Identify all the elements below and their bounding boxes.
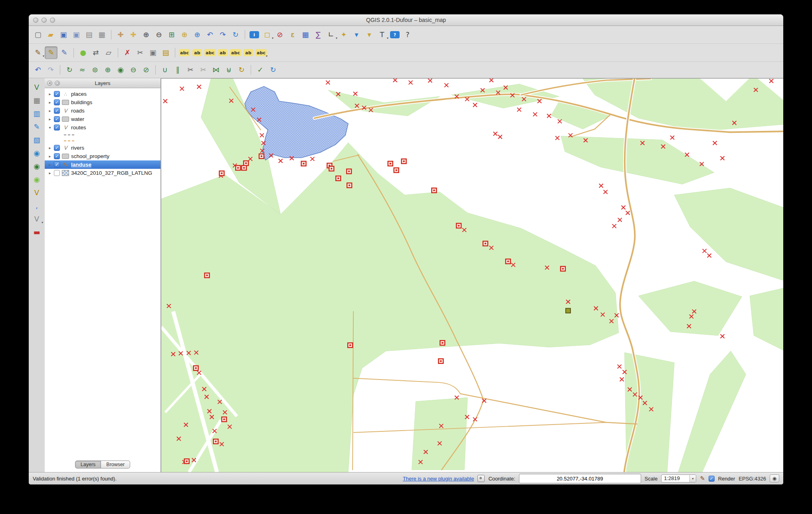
- expand-arrow-icon[interactable]: ▸: [48, 109, 52, 113]
- copy-features-icon[interactable]: ▣: [147, 47, 159, 59]
- scale-value[interactable]: 1:2819: [661, 475, 689, 482]
- add-wcs-layer-icon[interactable]: ◉: [31, 160, 43, 172]
- redo-icon[interactable]: ↷: [45, 64, 57, 76]
- pan-to-selection-icon[interactable]: ✚: [127, 29, 139, 41]
- add-postgis-layer-icon[interactable]: ▥: [31, 108, 43, 120]
- cut-features-icon[interactable]: ✂: [134, 47, 146, 59]
- expand-arrow-icon[interactable]: ▸: [48, 162, 52, 167]
- composer-manager-icon[interactable]: ▦: [96, 29, 108, 41]
- add-wms-layer-icon[interactable]: ◉: [31, 147, 43, 159]
- layer-item-buildings[interactable]: ▸✓buildings: [45, 98, 160, 107]
- new-print-composer-icon[interactable]: ▤: [83, 29, 95, 41]
- label-pin-icon[interactable]: ab: [191, 47, 203, 59]
- dropdown-arrow-icon[interactable]: ▾: [266, 54, 267, 58]
- check-geometries-icon[interactable]: ✓: [254, 64, 266, 76]
- dropdown-arrow-icon[interactable]: ▾: [387, 36, 388, 40]
- identify-features-icon[interactable]: i: [248, 29, 260, 41]
- simplify-feature-icon[interactable]: ≈: [76, 64, 88, 76]
- scale-combo[interactable]: 1:2819 ▾: [661, 474, 696, 482]
- save-layer-edits-icon[interactable]: ✎: [58, 47, 70, 59]
- add-spatialite-layer-icon[interactable]: ✎: [31, 121, 43, 133]
- set-crs-icon[interactable]: V▾: [31, 213, 43, 225]
- coordinate-input[interactable]: [519, 474, 641, 483]
- label-move-icon[interactable]: ab: [217, 47, 229, 59]
- stop-render-pen-icon[interactable]: ✎: [700, 475, 705, 482]
- add-delimited-text-icon[interactable]: ,: [31, 200, 43, 212]
- field-calculator-icon[interactable]: ∑: [312, 29, 324, 41]
- zoom-button[interactable]: [50, 18, 55, 23]
- crs-status-button[interactable]: ◉: [770, 474, 779, 482]
- add-part-icon[interactable]: ⊕: [102, 64, 114, 76]
- layer-visibility-checkbox[interactable]: ✓: [54, 145, 60, 151]
- delete-part-icon[interactable]: ⊘: [140, 64, 152, 76]
- titlebar[interactable]: QGIS 2.0.1-Dufour – basic_map: [29, 14, 783, 26]
- open-attribute-table-icon[interactable]: ▦: [299, 29, 311, 41]
- new-project-icon[interactable]: ▢: [32, 29, 44, 41]
- current-edits-icon[interactable]: ✎▾: [32, 47, 44, 59]
- reshape-features-icon[interactable]: ∪: [159, 64, 171, 76]
- layer-item-routes[interactable]: ▾✓Vroutes: [45, 123, 160, 132]
- minimize-button[interactable]: [42, 18, 47, 23]
- label-properties-icon[interactable]: abc▾: [255, 47, 267, 59]
- layers-panel-header[interactable]: × ○ Layers: [45, 78, 160, 88]
- dropdown-arrow-icon[interactable]: ▾: [43, 54, 44, 58]
- zoom-full-icon[interactable]: ⊞: [166, 29, 178, 41]
- toggle-editing-icon[interactable]: ✎: [45, 46, 57, 59]
- expand-arrow-icon[interactable]: ▾: [48, 125, 52, 130]
- save-project-icon[interactable]: ▣: [57, 29, 69, 41]
- layer-visibility-checkbox[interactable]: ✓: [54, 99, 60, 105]
- dropdown-arrow-icon[interactable]: ▾: [272, 36, 273, 40]
- add-wfs-layer-icon[interactable]: ◉: [31, 174, 43, 186]
- label-rotate-icon[interactable]: abc: [230, 47, 242, 59]
- new-plugin-link[interactable]: There is a new plugin available: [403, 476, 474, 482]
- zoom-next-icon[interactable]: ↷: [217, 29, 229, 41]
- split-features-icon[interactable]: ✂: [184, 64, 196, 76]
- layer-visibility-checkbox[interactable]: ✓: [54, 91, 60, 97]
- layer-item-landuse[interactable]: ▸✓✎landuse: [45, 160, 160, 169]
- tab-browser[interactable]: Browser: [101, 461, 130, 469]
- render-checkbox[interactable]: ✓: [709, 476, 715, 482]
- expand-arrow-icon[interactable]: ▸: [48, 171, 52, 175]
- zoom-to-selection-icon[interactable]: ⊕: [178, 29, 190, 41]
- delete-ring-icon[interactable]: ⊖: [127, 64, 139, 76]
- layer-item-places[interactable]: ▸✓∴places: [45, 90, 160, 98]
- expand-arrow-icon[interactable]: ▸: [48, 146, 52, 150]
- deselect-features-icon[interactable]: ⊘: [274, 29, 286, 41]
- dropdown-arrow-icon[interactable]: ▾: [42, 221, 43, 224]
- add-feature-icon[interactable]: ●: [77, 47, 89, 59]
- text-annotation-icon[interactable]: T▾: [376, 29, 388, 41]
- dropdown-arrow-icon[interactable]: ▾: [336, 36, 337, 40]
- expand-arrow-icon[interactable]: ▸: [48, 154, 52, 158]
- add-mssql-layer-icon[interactable]: ▧: [31, 134, 43, 146]
- help-icon[interactable]: ?: [389, 29, 401, 41]
- layer-visibility-checkbox[interactable]: ✓: [54, 125, 60, 130]
- layer-symbol-item[interactable]: [45, 138, 160, 144]
- zoom-last-icon[interactable]: ↶: [204, 29, 216, 41]
- select-by-expression-icon[interactable]: ε: [287, 29, 299, 41]
- expand-arrow-icon[interactable]: ▸: [48, 117, 52, 121]
- map-canvas[interactable]: [161, 78, 783, 472]
- expand-arrow-icon[interactable]: ▸: [48, 92, 52, 96]
- layer-visibility-checkbox[interactable]: ✓: [54, 108, 60, 114]
- remove-layer-icon[interactable]: ▬: [31, 226, 43, 238]
- add-vector-layer-icon[interactable]: V: [31, 81, 43, 93]
- close-button[interactable]: [33, 18, 38, 23]
- merge-features-icon[interactable]: ⋈: [210, 64, 222, 76]
- layer-visibility-checkbox[interactable]: [54, 170, 60, 176]
- layer-visibility-checkbox[interactable]: ✓: [54, 162, 60, 168]
- label-show-hide-icon[interactable]: abc: [204, 47, 216, 59]
- tab-layers[interactable]: Layers: [75, 461, 101, 469]
- zoom-to-layer-icon[interactable]: ⊕: [191, 29, 203, 41]
- offset-curve-icon[interactable]: ∥: [172, 64, 184, 76]
- scale-dropdown-icon[interactable]: ▾: [689, 475, 696, 482]
- plugin-icon[interactable]: [477, 475, 485, 482]
- layer-item-water[interactable]: ▸✓water: [45, 115, 160, 123]
- show-bookmarks-icon[interactable]: ▾: [363, 29, 375, 41]
- refresh-validation-icon[interactable]: ↻: [267, 64, 279, 76]
- select-features-icon[interactable]: ◻▾: [261, 29, 273, 41]
- zoom-out-icon[interactable]: ⊖: [153, 29, 165, 41]
- rotate-feature-icon[interactable]: ↻: [63, 64, 75, 76]
- move-feature-icon[interactable]: ⇄: [90, 47, 102, 59]
- paste-features-icon[interactable]: ▤: [160, 47, 172, 59]
- expand-arrow-icon[interactable]: ▸: [48, 100, 52, 105]
